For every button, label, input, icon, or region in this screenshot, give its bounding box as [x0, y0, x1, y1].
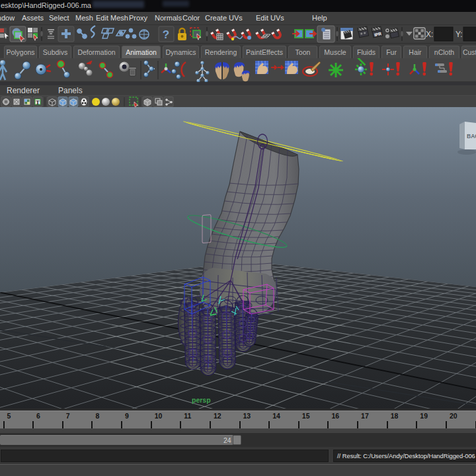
svg-text:persp: persp: [192, 396, 211, 404]
svg-text:IPR: IPR: [374, 31, 381, 37]
svg-text:X:: X:: [426, 30, 433, 39]
svg-text:BAC: BAC: [467, 133, 476, 139]
svg-text:T: T: [36, 99, 40, 106]
svg-text:?: ?: [163, 28, 169, 41]
svg-text:Y:: Y:: [456, 30, 463, 39]
